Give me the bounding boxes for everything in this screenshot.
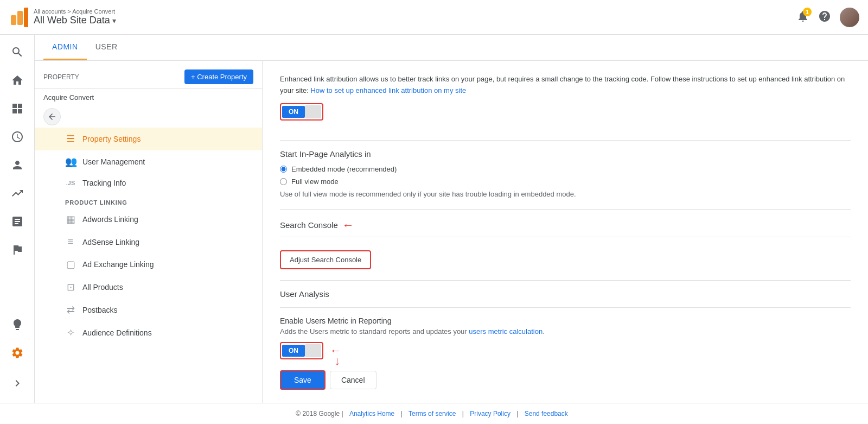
nav-item-tracking-info[interactable]: .JS Tracking Info [35,173,262,193]
save-arrow: ↓ [334,354,340,368]
tab-user[interactable]: USER [87,35,126,60]
sidebar-item-lightbulb[interactable] [4,312,30,338]
notification-bell[interactable]: 1 [796,10,809,24]
radio-fullview-input[interactable] [280,178,287,185]
adsense-icon: ≡ [65,236,76,248]
radio-fullview[interactable]: Full view mode [280,178,851,186]
toggle-users-metric[interactable]: ON [280,342,323,359]
sidebar-item-search[interactable] [4,39,30,65]
sidebar-item-dashboard[interactable] [4,96,30,122]
search-console-title: Search Console [280,220,338,230]
nav-item-postbacks[interactable]: ⇄ Postbacks [35,299,262,321]
save-button[interactable]: Save [280,370,326,390]
footer-link-privacy[interactable]: Privacy Policy [470,410,510,417]
content-area: ADMIN USER Property + Create Property Ac… [35,35,868,403]
logo-area: All accounts > Acquire Convert All Web S… [9,8,116,27]
nav-item-ad-exchange-linking[interactable]: ▢ Ad Exchange Linking [35,253,262,276]
enhanced-link-description: Enhanced link attribution allows us to b… [280,74,851,97]
toggle2-on-label: ON [282,345,305,357]
nav-item-adsense-label: AdSense Linking [82,238,139,246]
audience-icon: ✧ [65,327,76,339]
tab-bar: ADMIN USER [35,35,868,61]
svg-rect-2 [24,8,28,27]
top-header: All accounts > Acquire Convert All Web S… [0,0,868,35]
adjust-search-console-button[interactable]: Adjust Search Console [280,250,371,269]
toggle-users-metric-row: ON ← [280,342,851,359]
nav-item-adwords-linking[interactable]: ▦ Adwords Linking [35,208,262,231]
radio-note: Use of full view mode is recommended onl… [280,190,851,198]
nav-item-audience-definitions[interactable]: ✧ Audience Definitions [35,321,262,344]
divider-2 [280,209,851,210]
account-name-label: Acquire Convert [35,89,262,106]
postbacks-icon: ⇄ [65,304,76,316]
nav-item-user-management-label: User Management [82,157,145,166]
search-console-header-row: Search Console ← [280,218,851,232]
nav-item-adsense-linking[interactable]: ≡ AdSense Linking [35,231,262,253]
svg-rect-0 [11,15,16,25]
divider-ua [280,307,851,308]
divider-1 [280,140,851,141]
toggle-enhanced-link[interactable]: ON [280,103,323,121]
footer-link-terms[interactable]: Terms of service [409,410,456,417]
action-buttons: Save Cancel ↓ [280,370,851,390]
users-metric-link[interactable]: users metric calculation [469,327,542,336]
back-button[interactable] [43,108,61,125]
sidebar-item-settings[interactable] [4,340,30,366]
footer: © 2018 Google | Analytics Home | Terms o… [0,403,868,424]
search-console-arrow: ← [342,218,354,232]
radio-group: Embedded mode (recommended) Full view mo… [280,165,851,186]
create-property-button[interactable]: + Create Property [184,69,253,84]
cancel-button[interactable]: Cancel [330,371,376,389]
ad-exchange-icon: ▢ [65,258,76,270]
nav-item-user-management[interactable]: 👥 User Management [35,150,262,173]
nav-item-property-settings-label: Property Settings [82,135,141,143]
nav-item-audience-label: Audience Definitions [82,328,152,337]
radio-embedded-input[interactable] [280,166,287,173]
radio-fullview-label: Full view mode [291,178,339,186]
enable-users-title: Enable Users Metric in Reporting [280,317,851,325]
ga-logo [9,8,28,27]
footer-link-analytics-home[interactable]: Analytics Home [349,410,394,417]
sidebar-item-clock[interactable] [4,124,30,150]
sidebar-item-acquisition[interactable] [4,180,30,206]
notification-count: 1 [803,8,812,16]
user-analysis-section: User Analysis Enable Users Metric in Rep… [280,289,851,359]
property-section-label: Property [43,73,79,81]
nav-item-ad-exchange-label: Ad Exchange Linking [82,260,154,269]
back-button-row [35,106,262,128]
header-right: 1 [796,8,859,27]
user-analysis-title: User Analysis [280,289,851,299]
sidebar-item-home[interactable] [4,67,30,93]
radio-embedded[interactable]: Embedded mode (recommended) [280,165,851,173]
help-icon[interactable] [818,10,831,24]
toggle-off-part [305,105,321,118]
account-info: All accounts > Acquire Convert All Web S… [34,8,116,26]
nav-item-adwords-label: Adwords Linking [82,215,138,224]
nav-item-property-settings[interactable]: ☰ Property Settings [35,128,262,150]
nav-item-tracking-info-label: Tracking Info [82,179,126,187]
divider-sc [280,237,851,237]
nav-item-all-products[interactable]: ⊡ All Products [35,276,262,299]
sidebar-expand-collapse[interactable] [4,370,30,396]
enhanced-link-url[interactable]: How to set up enhanced link attribution … [310,86,466,94]
sidebar-item-goals[interactable] [4,237,30,263]
sidebar-item-user[interactable] [4,152,30,178]
property-name[interactable]: All Web Site Data ▾ [34,15,116,26]
in-page-analytics-title: Start In-Page Analytics in [280,149,851,159]
account-path: All accounts > Acquire Convert [34,8,116,15]
sidebar-item-behavior[interactable] [4,208,30,235]
footer-link-feedback[interactable]: Send feedback [525,410,568,417]
all-products-icon: ⊡ [65,281,76,293]
user-management-icon: 👥 [65,156,76,168]
nav-item-postbacks-label: Postbacks [82,306,118,314]
radio-embedded-label: Embedded mode (recommended) [291,165,397,173]
property-dropdown-arrow[interactable]: ▾ [112,16,116,25]
left-nav: Property + Create Property Acquire Conve… [35,61,263,403]
tab-admin[interactable]: ADMIN [43,35,87,60]
enable-users-desc: Adds the Users metric to standard report… [280,327,851,336]
adwords-icon: ▦ [65,213,76,225]
nav-item-all-products-label: All Products [82,283,123,292]
user-avatar[interactable] [840,8,859,27]
tracking-info-icon: .JS [65,180,76,186]
divider-3 [280,280,851,281]
